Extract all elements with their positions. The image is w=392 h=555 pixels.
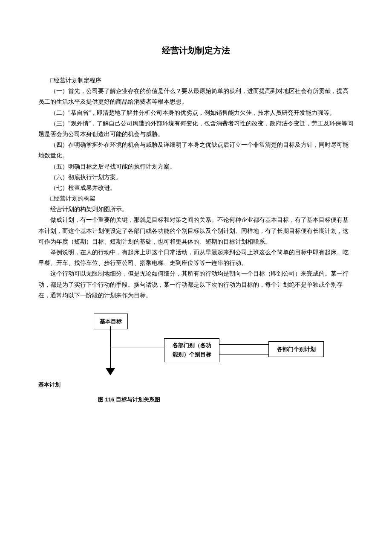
section-header-framework: □经营计划的构架: [38, 193, 354, 204]
box-basic-goal: 基本目标: [94, 314, 128, 329]
dept-goal-line2: 能别）个别目标: [173, 351, 211, 357]
page-title: 经营计划制定方法: [38, 43, 354, 58]
framework-para-1: 做成计划，有一个重要的关键，那就是目标和对策之间的关系。不论何种企业都有基本目标…: [38, 215, 354, 247]
framework-para-3: 这个行动可以无限制地细分，但是无论如何细分，其所有的行动均是朝向一个目标（即到公…: [38, 268, 354, 301]
connector-h3: [219, 354, 268, 355]
framework-para-2: 举例说明，在人的行动中，有起床上班这个日常活动，而从早晨起来到公司上班这么个简单…: [38, 247, 354, 268]
item-4: （四）在明确掌握外在环境的机会与威胁及详细明了本身之优缺点后订立一个非常清楚的目…: [38, 139, 354, 161]
dept-goal-line1: 各部门别（各功: [173, 342, 211, 349]
connector-h1: [110, 348, 164, 349]
diagram: 基本目标 各部门别（各功 能别）个别目标 各部门个别计划 基本计划: [38, 314, 354, 390]
item-3: （三）"观外情"，了解自己公司周遭的外部环境有何变化，包含消费者习性的改变，政府…: [38, 118, 354, 139]
connector-h2: [219, 344, 268, 345]
item-5: （五）明确目标之后寻找可能的执行计划方案。: [38, 161, 354, 172]
item-7: （七）检查成果并改进。: [38, 183, 354, 193]
section-header-procedure: □经营计划制定程序: [38, 75, 354, 86]
item-2: （二）"恭自省"，即清楚地了解并分析公司本身的优劣点，例如销售能力欠佳，技术人员…: [38, 108, 354, 118]
framework-intro: 经营计划的构架则如图所示。: [38, 204, 354, 215]
item-6: （六）彻底执行计划方案。: [38, 172, 354, 183]
connector-vertical: [110, 326, 111, 371]
figure-caption: 图 116 目标与计划关系图: [98, 395, 354, 404]
box-dept-goal: 各部门别（各功 能别）个别目标: [164, 338, 219, 362]
arrow-down-icon: [107, 369, 114, 375]
item-1: （一）首先，公司要了解企业存在的价值是什么？要从最原始简单的获利，进而提高到对地…: [38, 86, 354, 107]
box-dept-plan: 各部门个别计划: [268, 341, 324, 357]
label-basic-plan: 基本计划: [38, 380, 61, 389]
